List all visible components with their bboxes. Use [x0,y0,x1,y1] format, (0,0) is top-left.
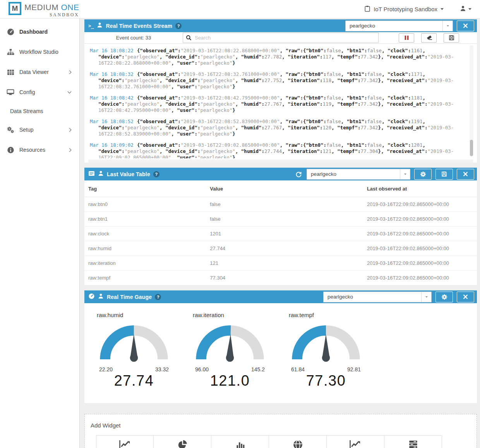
sidebar-item-data-viewer[interactable]: Data Viewer [0,62,79,82]
add-widget-item-list-rows-5[interactable]: Single User [384,435,442,448]
gauge-min: 96.00 [195,366,209,372]
value-cell: 121 [206,256,363,271]
event-count: Event count: 33 [84,35,183,41]
gauge-value: 27.74 [96,372,172,389]
gauge-arc [192,321,268,364]
brand-accent: ONE [61,3,79,12]
gauge-raw-humid: raw.humid22.2033.3227.74 [96,309,192,389]
gauge-label: raw.iteration [193,312,288,318]
workspace-selector[interactable]: IoT Prototyping Sandbox [364,5,444,13]
table-row: raw:humid27.7442019-03-16T22:09:02.86500… [84,241,477,256]
last-observed-cell: 2019-03-16T22:09:02.865000+00:00 [363,256,477,271]
add-widget-title: Add Widget [91,422,471,429]
device-select[interactable]: pearlgecko [323,292,432,302]
info-icon [6,146,15,154]
sidebar-item-label: Config [19,89,68,95]
add-widget-item-bar-chart-2[interactable]: Grouped Users [211,435,269,448]
add-widget-item-line-chart-4[interactable]: Single User [327,435,384,448]
table-row: raw:clock12012019-03-16T22:09:02.865000+… [84,227,477,241]
value-cell: 1201 [206,227,363,241]
save-button[interactable] [444,33,459,43]
tag-cell: raw:btn1 [84,212,206,227]
sidebar-item-data-streams[interactable]: Data Streams [0,102,79,120]
chevron-right-icon [68,70,72,74]
scrollbar-thumb[interactable] [470,140,473,156]
sidebar-item-config[interactable]: Config [0,82,79,102]
dashboard-icon [6,28,15,36]
log-entry: Mar 16 18:09:02{"observed_at":"2019-03-1… [90,142,465,158]
settings-button[interactable] [435,292,453,302]
sidebar-item-label: Resources [19,147,68,153]
close-button[interactable] [457,169,474,180]
globe-icon [293,439,303,448]
table-row: raw:btn1false2019-03-16T22:09:02.865000+… [84,212,477,227]
desktop-icon [6,89,15,96]
sidebar-item-setup[interactable]: Setup [0,120,79,140]
workspace-label: IoT Prototyping Sandbox [374,6,437,12]
help-icon[interactable]: ? [153,171,159,177]
user-menu[interactable] [460,5,471,13]
add-widget-item-pie-chart-1[interactable]: Grouped Users [154,435,211,448]
gauge-max: 92.81 [347,366,361,372]
close-button[interactable] [457,292,474,302]
log-entry: Mar 16 18:08:22{"observed_at":"2019-03-1… [90,48,465,66]
sidebar-item-dashboard[interactable]: Dashboard [0,22,79,42]
chevron-down-icon [442,21,453,31]
last-observed-cell: 2019-03-16T22:09:02.865000+00:00 [363,212,477,227]
gears-icon [6,126,15,134]
device-select[interactable]: pearlgecko [307,169,410,180]
chevron-right-icon [68,128,72,132]
table-icon [6,69,15,76]
sidebar-item-label: Data Viewer [19,69,68,75]
user-icon [460,5,466,13]
events-stream-header: >_ Real Time Events Stream ? pearlgecko [84,19,477,32]
last-observed-cell: 2019-03-16T22:09:02.865000+00:00 [363,227,477,241]
value-cell: false [206,212,363,227]
last-observed-cell: 2019-03-16T22:09:02.865000+00:00 [363,197,477,212]
gauge-widget: Real Time Gauge ? pearlgecko raw.humid22… [84,290,477,403]
person-icon [98,170,104,178]
column-header-value: Value [206,180,363,197]
sidebar-item-label: Dashboard [19,29,79,35]
add-widget-item-globe-3[interactable]: Grouped Users [269,435,327,448]
help-icon[interactable]: ? [155,294,161,300]
clear-button[interactable] [421,33,437,43]
log-entry: Mar 16 18:08:52{"observed_at":"2019-03-1… [90,118,465,137]
save-button[interactable] [435,169,453,180]
settings-button[interactable] [414,169,432,180]
sitemap-icon [6,48,15,56]
widget-title: Real Time Events Stream [106,23,172,29]
sidebar-item-workflow-studio[interactable]: Workflow Studio [0,42,79,62]
person-icon [98,293,104,300]
gauge-value: 77.30 [288,372,364,389]
add-widget-item-line-chart-0[interactable]: Grouped Users [96,435,154,448]
refresh-button[interactable] [295,171,302,177]
gauge-raw-tempf: raw.tempf61.8492.8177.30 [288,309,384,389]
log-scrollbar[interactable] [470,45,473,157]
brand-name: MEDIUM [24,3,58,12]
table-row: raw:btn0false2019-03-16T22:09:02.865000+… [84,197,477,212]
chevron-right-icon [68,148,72,152]
add-widget-panel: Add Widget Grouped UsersGrouped UsersGro… [84,414,477,448]
tag-cell: raw:humid [84,241,206,256]
close-button[interactable] [457,21,474,31]
device-select[interactable]: pearlgecko [345,21,453,31]
tag-cell: raw:tempf [84,271,206,285]
tag-cell: raw:iteration [84,256,206,271]
log-hscrollbar[interactable] [88,160,473,163]
line-chart-icon [349,439,362,448]
sidebar-item-resources[interactable]: Resources [0,140,79,160]
search-input[interactable] [183,33,379,43]
tag-cell: raw:btn0 [84,197,206,212]
chevron-down-icon [421,292,431,302]
gauge-arc [96,321,172,364]
top-header: M MEDIUM ONE SANDBOX IoT Prototyping San… [0,0,480,19]
gauge-label: raw.humid [97,312,192,318]
gauges-row: raw.humid22.2033.3227.74raw.iteration96.… [84,303,477,403]
pause-button[interactable] [399,33,414,43]
help-icon[interactable]: ? [175,23,182,29]
table-row: raw:tempf77.3042019-03-16T22:09:02.86500… [84,271,477,285]
gauge-header: Real Time Gauge ? pearlgecko [84,290,477,303]
events-toolbar: Event count: 33 [84,32,477,44]
log-entry: Mar 16 18:08:42{"observed_at":"2019-03-1… [90,95,465,113]
